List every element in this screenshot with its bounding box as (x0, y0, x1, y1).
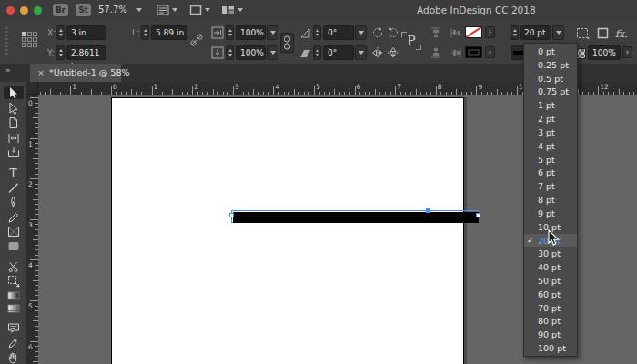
screen-mode-icon[interactable] (189, 5, 202, 15)
constrain-scale-link-icon[interactable] (280, 33, 294, 53)
stroke-weight-option-40-pt[interactable]: 40 pt (524, 260, 577, 274)
stroke-weight-option-50-pt[interactable]: 50 pt (524, 274, 577, 288)
stroke-weight-option-5-pt[interactable]: 5 pt (524, 153, 577, 167)
stroke-weight-option-2-pt[interactable]: 2 pt (524, 112, 577, 126)
selection-midpoint-handle[interactable] (426, 208, 430, 213)
arrange-documents-icon[interactable] (221, 5, 235, 15)
stroke-weight-option-0.75-pt[interactable]: 0.75 pt (524, 85, 577, 98)
scale-x-dropdown-chevron-icon[interactable] (267, 25, 278, 40)
scale-y-field[interactable]: 100% (236, 46, 266, 60)
length-field[interactable]: 5.89 in (151, 25, 187, 40)
stroke-weight-option-6-pt[interactable]: 6 pt (524, 166, 577, 179)
stroke-weight-dropdown-chevron-icon[interactable] (552, 25, 564, 40)
toolbar-collapse-chevrons[interactable]: » (5, 66, 11, 75)
selection-handle-right[interactable] (476, 213, 480, 217)
stroke-weight-option-0.5-pt[interactable]: 0.5 pt (524, 72, 577, 86)
tool-free-transform[interactable] (4, 275, 24, 288)
tool-gap[interactable] (4, 132, 24, 145)
view-options-chevron-icon[interactable] (172, 8, 177, 12)
length-stepper[interactable] (141, 25, 149, 40)
stroke-weight-option-0.25-pt[interactable]: 0.25 pt (524, 58, 577, 72)
stroke-weight-option-7-pt[interactable]: 7 pt (524, 179, 577, 193)
tool-content-collector[interactable] (4, 147, 24, 158)
fill-swatch-none[interactable] (465, 26, 482, 38)
tool-gradient-swatch[interactable] (4, 290, 24, 301)
close-window-button[interactable] (6, 6, 15, 15)
selection-handle-left[interactable] (229, 213, 234, 217)
tool-selection[interactable] (4, 86, 24, 99)
stroke-weight-option-100-pt[interactable]: 100 pt (524, 341, 577, 355)
x-stepper[interactable] (56, 25, 65, 40)
flip-vertical-icon[interactable] (387, 46, 399, 59)
rotate-clockwise-icon[interactable] (371, 26, 384, 39)
tool-pen[interactable] (4, 196, 24, 208)
stroke-weight-option-30-pt[interactable]: 30 pt (524, 247, 577, 260)
rotate-counterclockwise-icon[interactable] (387, 26, 399, 39)
opacity-field[interactable]: 100% (588, 46, 621, 60)
shear-field[interactable]: 0° (323, 46, 354, 60)
constrain-dimensions-icon[interactable] (190, 34, 203, 46)
tool-color-theme[interactable] (4, 337, 24, 349)
scale-x-field[interactable]: 100% (236, 25, 266, 40)
stroke-weight-option-70-pt[interactable]: 70 pt (524, 301, 577, 315)
flip-horizontal-icon[interactable] (371, 46, 384, 59)
bridge-button[interactable]: Br (53, 4, 68, 16)
scale-x-stepper[interactable] (226, 25, 234, 40)
rotation-dropdown-chevron-icon[interactable] (355, 25, 367, 40)
tab-close-icon[interactable]: × (37, 64, 45, 82)
stroke-weight-option-3-pt[interactable]: 3 pt (524, 126, 577, 139)
stroke-weight-field[interactable]: 20 pt (520, 25, 551, 40)
stroke-weight-option-80-pt[interactable]: 80 pt (524, 315, 577, 329)
opacity-flyout-arrow-icon[interactable]: › (622, 46, 632, 58)
panel-grip[interactable] (5, 27, 8, 56)
x-field[interactable]: 3 in (66, 25, 106, 40)
y-field[interactable]: 2.8611 in (66, 46, 106, 60)
stock-button[interactable]: St (76, 4, 91, 16)
page[interactable] (111, 97, 464, 364)
line-object[interactable] (233, 212, 479, 223)
shear-dropdown-chevron-icon[interactable] (355, 46, 367, 60)
reference-point-proxy[interactable] (22, 32, 37, 47)
fill-flyout-arrow-icon[interactable]: › (485, 26, 495, 38)
view-options-icon[interactable] (157, 5, 169, 15)
frame-shape-icon[interactable] (597, 27, 609, 39)
zoom-level-dropdown-chevron-icon[interactable] (136, 8, 142, 12)
rotation-field[interactable]: 0° (323, 25, 354, 40)
tool-rectangle-frame[interactable] (4, 226, 24, 238)
minimize-window-button[interactable] (20, 6, 28, 15)
tool-type[interactable]: T (4, 167, 24, 179)
tool-line[interactable] (4, 182, 24, 194)
stroke-weight-option-9-pt[interactable]: 9 pt (524, 207, 577, 220)
tool-note[interactable] (4, 322, 24, 334)
rotation-stepper[interactable] (313, 25, 321, 40)
y-stepper[interactable] (56, 46, 65, 60)
effects-button[interactable]: fx. (615, 28, 628, 40)
zoom-window-button[interactable] (34, 6, 42, 15)
corner-options-icon[interactable] (576, 27, 590, 39)
stroke-weight-option-1-pt[interactable]: 1 pt (524, 98, 577, 112)
stroke-weight-option-0-pt[interactable]: 0 pt (524, 45, 577, 58)
screen-mode-chevron-icon[interactable] (205, 8, 210, 12)
shear-stepper[interactable] (313, 46, 321, 60)
tool-scissors[interactable] (4, 260, 24, 273)
stroke-weight-option-8-pt[interactable]: 8 pt (524, 193, 577, 207)
tool-hand[interactable] (4, 351, 24, 364)
tool-direct-selection[interactable] (4, 102, 24, 115)
scale-y-dropdown-chevron-icon[interactable] (267, 46, 278, 60)
stroke-weight-option-90-pt[interactable]: 90 pt (524, 328, 577, 341)
tool-rectangle[interactable] (4, 240, 24, 252)
tool-page[interactable] (4, 116, 24, 129)
scale-y-stepper[interactable] (226, 46, 234, 60)
arrange-documents-chevron-icon[interactable] (238, 8, 243, 12)
stroke-weight-stepper[interactable] (511, 25, 519, 40)
stroke-weight-option-60-pt[interactable]: 60 pt (524, 288, 577, 301)
tool-gradient-feather[interactable] (4, 303, 24, 314)
stroke-weight-option-4-pt[interactable]: 4 pt (524, 139, 577, 153)
zoom-level-value[interactable]: 57.7% (98, 5, 127, 15)
tool-pencil[interactable] (4, 211, 24, 224)
stroke-flyout-arrow-icon[interactable]: › (485, 46, 495, 58)
story-editor-icon[interactable]: P (401, 30, 421, 52)
stroke-swatch-black[interactable] (465, 46, 482, 58)
document-tab[interactable]: × *Untitled-1 @ 58% (30, 64, 121, 82)
ruler-corner[interactable] (27, 82, 38, 95)
